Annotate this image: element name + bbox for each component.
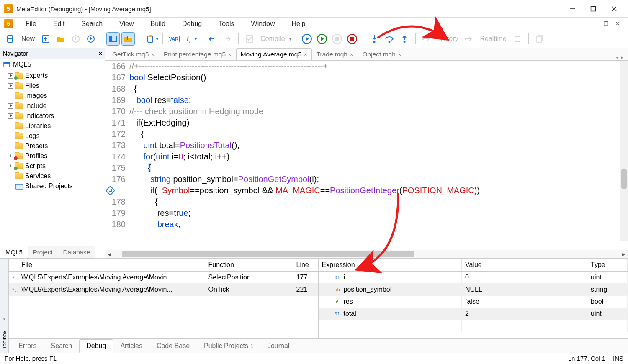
save-button (69, 32, 82, 46)
step-into-button[interactable] (368, 32, 381, 46)
navigator-root[interactable]: MQL5 (0, 59, 105, 70)
nav-tab-project[interactable]: Project (28, 246, 58, 258)
copies-button (533, 32, 546, 46)
step-over-button[interactable] (383, 32, 396, 46)
mdi-restore-button[interactable]: ❐ (602, 20, 610, 28)
tab-close-icon[interactable]: × (304, 51, 307, 58)
tab-close-icon[interactable]: × (350, 51, 353, 58)
doc-tab[interactable]: Moving Average.mq5× (236, 48, 312, 60)
window-title: MetaEditor (Debugging) - [Moving Average… (16, 5, 567, 13)
svg-rect-30 (515, 36, 520, 41)
menu-debug[interactable]: Debug (174, 18, 210, 29)
functions-button[interactable]: fx (182, 32, 196, 46)
status-help: For Help, press F1 (5, 355, 57, 362)
nav-item-include[interactable]: +Include (0, 101, 105, 111)
svg-rect-22 (337, 37, 339, 41)
callstack-grid[interactable]: File Function Line •\MQL5\Experts\Exampl… (9, 259, 319, 338)
nav-item-logs[interactable]: Logs (0, 131, 105, 141)
debug-start-button[interactable] (300, 32, 314, 46)
nav-item-services[interactable]: Services (0, 171, 105, 181)
close-button[interactable] (609, 4, 619, 14)
watch-row[interactable]: abposition_symbolNULLstring (319, 284, 628, 296)
svg-rect-31 (537, 37, 541, 42)
mdi-close-button[interactable]: ✕ (614, 20, 622, 28)
tab-scroll-left[interactable]: ◂ (616, 54, 618, 60)
mdi-minimize-button[interactable]: ― (590, 20, 599, 28)
code-editor[interactable]: 1661671681691701711721731741751761781791… (105, 61, 628, 250)
svg-rect-14 (127, 36, 128, 40)
variables-button[interactable]: VAR (167, 32, 180, 46)
menu-build[interactable]: Build (142, 18, 174, 29)
breakpoint-icon[interactable] (105, 185, 115, 195)
nav-forward-button (221, 32, 234, 46)
toolbox-tab-debug[interactable]: Debug (79, 339, 113, 353)
nav-item-scripts[interactable]: +Scripts (0, 161, 105, 171)
app-icon: 5 (4, 4, 13, 13)
clipboard-button[interactable] (144, 32, 157, 46)
new-label[interactable]: New (19, 33, 37, 44)
open-button[interactable] (54, 32, 67, 46)
doc-tab[interactable]: Print percentage.mq5× (159, 48, 236, 60)
watch-row[interactable]: 01i0uint (319, 272, 628, 284)
svg-rect-28 (422, 38, 424, 40)
svg-point-25 (373, 41, 375, 43)
toolbox-tab-errors[interactable]: Errors (11, 339, 44, 353)
menu-edit[interactable]: Edit (45, 18, 73, 29)
new-file-button[interactable] (4, 32, 17, 46)
svg-rect-21 (335, 37, 337, 41)
toolbox-tab-search[interactable]: Search (44, 339, 80, 353)
svg-rect-1 (591, 7, 596, 11)
maximize-button[interactable] (588, 4, 598, 14)
watch-grid[interactable]: Expression Value Type 01i0uintabposition… (319, 259, 628, 338)
watch-row[interactable]: ↱resfalsebool (319, 296, 628, 308)
debug-pause-button (330, 32, 344, 46)
watch-row[interactable]: 01total2uint (319, 308, 628, 320)
toolbox-tab-public-projects[interactable]: Public Projects 1 (197, 339, 260, 353)
nav-tab-database[interactable]: Database (58, 246, 95, 258)
new-project-button[interactable] (39, 32, 52, 46)
tab-close-icon[interactable]: × (228, 51, 232, 58)
title-bar: 5 MetaEditor (Debugging) - [Moving Avera… (0, 0, 628, 17)
nav-item-presets[interactable]: Presets (0, 141, 105, 151)
nav-back-button[interactable] (206, 32, 219, 46)
callstack-row[interactable]: •\MQL5\Experts\Examples\Moving Average\M… (9, 284, 318, 296)
menu-view[interactable]: View (111, 18, 142, 29)
tab-close-icon[interactable]: × (151, 51, 154, 58)
doc-tab[interactable]: Trade.mqh× (312, 48, 358, 60)
nav-item-profiles[interactable]: +Profiles (0, 151, 105, 161)
toggle-navigator-button[interactable] (106, 32, 120, 46)
menu-help[interactable]: Help (283, 18, 314, 29)
toolbox-tab-journal[interactable]: Journal (260, 339, 296, 353)
menu-tools[interactable]: Tools (210, 18, 242, 29)
nav-item-shared-projects[interactable]: Shared Projects (0, 181, 105, 191)
menu-search[interactable]: Search (73, 18, 111, 29)
nav-tab-mql5[interactable]: MQL5 (0, 246, 28, 258)
menu-file[interactable]: File (17, 18, 45, 29)
step-out-button[interactable] (398, 32, 411, 46)
tab-close-icon[interactable]: × (398, 51, 402, 58)
toolbox-close-button[interactable]: × (3, 314, 6, 324)
nav-item-images[interactable]: Images (0, 91, 105, 101)
minimize-button[interactable] (567, 4, 577, 14)
nav-item-experts[interactable]: +Experts (0, 71, 105, 81)
nav-item-indicators[interactable]: +Indicators (0, 111, 105, 121)
debug-resume-button[interactable] (315, 32, 329, 46)
toggle-toolbox-button[interactable] (121, 32, 135, 46)
doc-tab[interactable]: Object.mqh× (358, 48, 406, 60)
save-all-button[interactable] (84, 32, 98, 46)
nav-item-files[interactable]: +Files (0, 81, 105, 91)
horizontal-scrollbar[interactable]: ◂▸ (105, 250, 628, 258)
nav-item-libraries[interactable]: Libraries (0, 121, 105, 131)
callstack-row[interactable]: •\MQL5\Experts\Examples\Moving Average\M… (9, 272, 318, 284)
navigator-close-button[interactable]: × (99, 50, 102, 57)
tab-scroll-right[interactable]: ▸ (621, 54, 623, 60)
svg-rect-29 (465, 38, 466, 40)
debug-stop-button[interactable] (345, 32, 359, 46)
doc-tab[interactable]: GetTick.mq5× (108, 48, 159, 60)
vertical-scrollbar[interactable] (620, 61, 628, 241)
menu-window[interactable]: Window (243, 18, 283, 29)
toolbox-tab-code-base[interactable]: Code Base (149, 339, 197, 353)
toolbox-tab-articles[interactable]: Articles (113, 339, 149, 353)
toolbox-tabs: ErrorsSearchDebugArticlesCode BasePublic… (9, 338, 628, 353)
navigator-title: Navigator (3, 50, 28, 57)
